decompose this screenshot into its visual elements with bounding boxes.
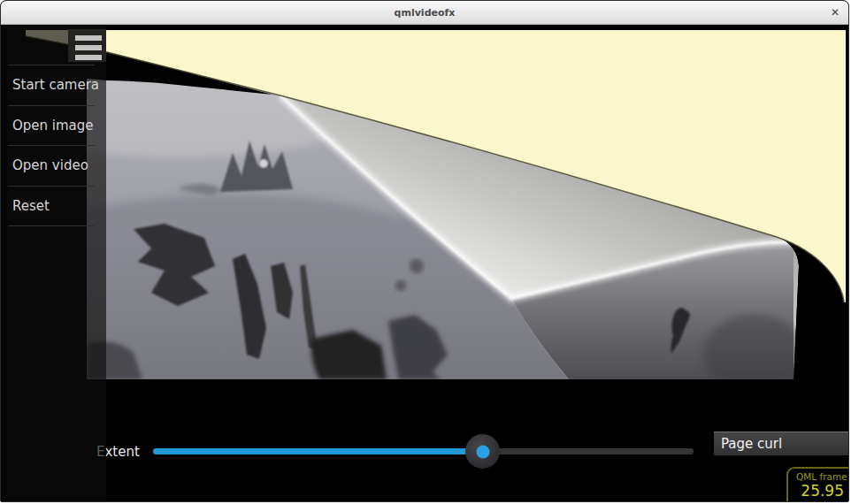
titlebar: qmlvideofx ✕ <box>1 1 848 25</box>
sidebar-item-reset[interactable]: Reset <box>8 186 95 226</box>
effect-select-button[interactable]: Page curl <box>714 431 848 455</box>
sidebar-menu: Start camera Open image Open video Reset <box>8 65 95 226</box>
slider-handle[interactable] <box>465 434 500 469</box>
app-window: Start camera Open image Open video Reset… <box>0 0 849 502</box>
rock-shape <box>395 280 406 291</box>
slider-fill[interactable] <box>153 448 483 454</box>
close-icon[interactable]: ✕ <box>831 7 840 18</box>
fps-value: 25.95 <box>796 482 849 500</box>
hamburger-icon <box>75 35 106 60</box>
crag-hole-shape <box>259 159 268 168</box>
effect-viewport <box>1 1 849 502</box>
right-black-strip <box>846 25 849 502</box>
sidebar-item-start-camera[interactable]: Start camera <box>8 65 95 105</box>
fps-indicator: QML frame r... 25.95 <box>786 467 849 502</box>
fps-label: QML frame r... <box>796 471 849 482</box>
menu-toggle-button[interactable] <box>68 29 106 62</box>
sidebar-left-edge <box>1 25 7 501</box>
rock-shape <box>410 259 424 273</box>
window-title: qmlvideofx <box>395 7 456 19</box>
sidebar-item-open-image[interactable]: Open image <box>8 105 95 146</box>
extent-slider-track[interactable] <box>153 448 694 454</box>
slider-handle-dot <box>476 445 489 458</box>
sidebar-item-open-video[interactable]: Open video <box>8 145 95 186</box>
